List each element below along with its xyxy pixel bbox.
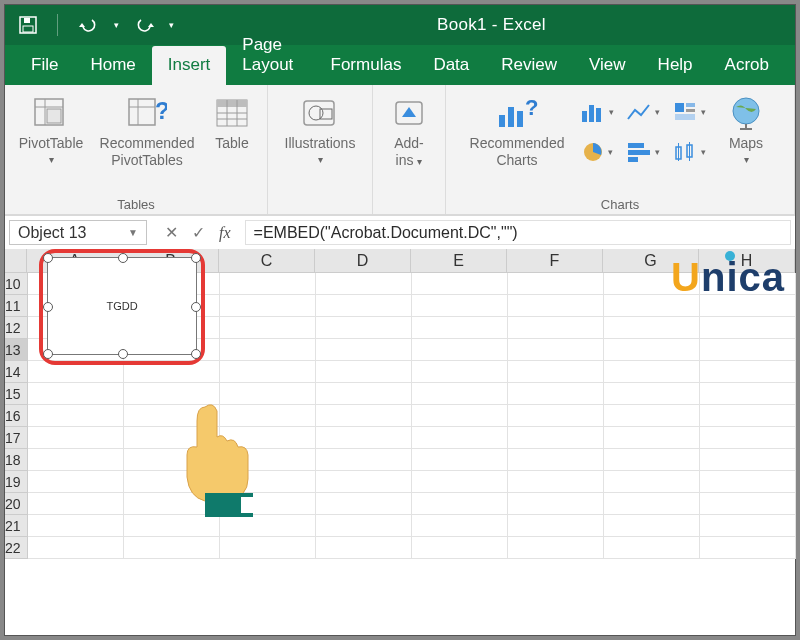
tab-view[interactable]: View (573, 46, 642, 85)
col-header[interactable]: C (219, 249, 315, 273)
cell[interactable] (124, 361, 220, 383)
cell[interactable] (412, 383, 508, 405)
line-chart-icon[interactable]: ▾ (623, 95, 663, 129)
tab-insert[interactable]: Insert (152, 46, 227, 85)
cell[interactable] (604, 515, 700, 537)
cell[interactable] (604, 361, 700, 383)
embedded-object[interactable]: TGDD (47, 257, 197, 355)
cancel-icon[interactable]: ✕ (165, 223, 178, 242)
cell[interactable] (508, 317, 604, 339)
row-header[interactable]: 19 (5, 471, 28, 493)
cell[interactable] (604, 471, 700, 493)
cell[interactable] (316, 515, 412, 537)
cell[interactable] (700, 537, 796, 559)
cell[interactable] (604, 537, 700, 559)
cell[interactable] (508, 273, 604, 295)
row-header[interactable]: 11 (5, 295, 28, 317)
name-box[interactable]: Object 13 ▼ (9, 220, 147, 245)
cell[interactable] (316, 317, 412, 339)
cell[interactable] (220, 405, 316, 427)
cell[interactable] (220, 449, 316, 471)
addins-button[interactable]: Add- ins ▾ (383, 91, 435, 169)
cell[interactable] (124, 449, 220, 471)
tab-file[interactable]: File (15, 46, 74, 85)
resize-handle[interactable] (43, 349, 53, 359)
cell[interactable] (220, 361, 316, 383)
cell[interactable] (124, 493, 220, 515)
resize-handle[interactable] (118, 253, 128, 263)
cell[interactable] (604, 383, 700, 405)
cell[interactable] (508, 361, 604, 383)
cell[interactable] (700, 449, 796, 471)
col-header[interactable]: D (315, 249, 411, 273)
undo-icon[interactable] (78, 17, 100, 33)
cell[interactable] (316, 383, 412, 405)
cell[interactable] (220, 383, 316, 405)
tab-acrobat[interactable]: Acrob (709, 46, 785, 85)
cell[interactable] (700, 339, 796, 361)
row-header[interactable]: 20 (5, 493, 28, 515)
row-header[interactable]: 14 (5, 361, 28, 383)
row-header[interactable]: 16 (5, 405, 28, 427)
resize-handle[interactable] (191, 302, 201, 312)
cell[interactable] (604, 449, 700, 471)
cell[interactable] (604, 317, 700, 339)
fx-icon[interactable]: fx (219, 224, 231, 242)
cell[interactable] (316, 493, 412, 515)
cell[interactable] (220, 537, 316, 559)
row-header[interactable]: 12 (5, 317, 28, 339)
cell[interactable] (412, 317, 508, 339)
tab-page-layout[interactable]: Page Layout (226, 26, 314, 85)
cell[interactable] (220, 493, 316, 515)
col-header[interactable]: F (507, 249, 603, 273)
cell[interactable] (700, 405, 796, 427)
cell[interactable] (316, 273, 412, 295)
cell[interactable] (124, 515, 220, 537)
cell[interactable] (316, 295, 412, 317)
table-button[interactable]: Table (207, 91, 257, 152)
cell[interactable] (700, 361, 796, 383)
resize-handle[interactable] (118, 349, 128, 359)
cell[interactable] (508, 471, 604, 493)
cell[interactable] (124, 405, 220, 427)
cell[interactable] (316, 405, 412, 427)
cell[interactable] (412, 405, 508, 427)
cell[interactable] (28, 383, 124, 405)
cell[interactable] (412, 339, 508, 361)
hierarchy-chart-icon[interactable]: ▾ (669, 95, 709, 129)
resize-handle[interactable] (191, 253, 201, 263)
cell[interactable] (508, 537, 604, 559)
cell[interactable] (508, 493, 604, 515)
cell[interactable] (412, 427, 508, 449)
cell[interactable] (28, 493, 124, 515)
cell[interactable] (220, 273, 316, 295)
tab-home[interactable]: Home (74, 46, 151, 85)
cell[interactable] (220, 515, 316, 537)
cell[interactable] (508, 449, 604, 471)
cell[interactable] (700, 471, 796, 493)
cell[interactable] (508, 383, 604, 405)
row-header[interactable]: 21 (5, 515, 28, 537)
cell[interactable] (220, 427, 316, 449)
statistic-chart-icon[interactable]: ▾ (669, 135, 709, 169)
cell[interactable] (28, 427, 124, 449)
cell[interactable] (412, 493, 508, 515)
cell[interactable] (220, 295, 316, 317)
resize-handle[interactable] (43, 253, 53, 263)
cell[interactable] (28, 471, 124, 493)
formula-input[interactable]: =EMBED("Acrobat.Document.DC","") (245, 220, 791, 245)
cell[interactable] (412, 537, 508, 559)
cell[interactable] (316, 427, 412, 449)
pie-chart-icon[interactable]: ▾ (577, 135, 617, 169)
row-header[interactable]: 18 (5, 449, 28, 471)
cell[interactable] (412, 361, 508, 383)
row-header[interactable]: 15 (5, 383, 28, 405)
recommended-pivottables-button[interactable]: ? Recommended PivotTables (97, 91, 197, 169)
cell[interactable] (412, 295, 508, 317)
cell[interactable] (604, 493, 700, 515)
resize-handle[interactable] (43, 302, 53, 312)
cell[interactable] (220, 339, 316, 361)
cell[interactable] (700, 515, 796, 537)
cell[interactable] (508, 405, 604, 427)
pivottable-button[interactable]: PivotTable ▾ (15, 91, 87, 165)
